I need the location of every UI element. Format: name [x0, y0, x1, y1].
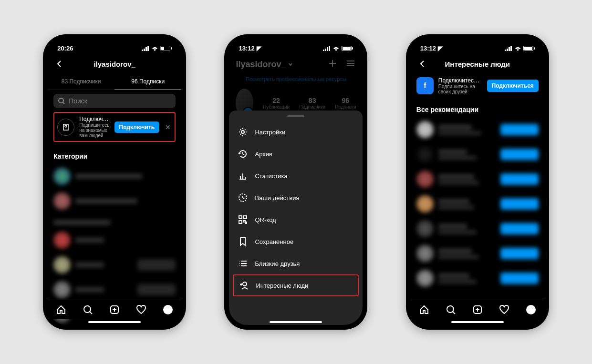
search-icon[interactable] — [82, 304, 93, 315]
status-bar: 20:26 — [48, 39, 181, 54]
menu-saved[interactable]: Сохраненное — [229, 231, 363, 253]
search-icon[interactable] — [445, 304, 457, 315]
status-icons — [478, 46, 535, 51]
username-dropdown[interactable]: ilyasidorov_ — [236, 60, 292, 70]
back-button[interactable] — [53, 58, 65, 70]
header: ilyasidorov_ — [48, 54, 181, 73]
qr-icon — [238, 214, 248, 225]
wifi-icon — [151, 46, 158, 51]
status-icons — [114, 46, 172, 51]
svg-point-7 — [59, 98, 63, 103]
svg-rect-26 — [245, 222, 247, 223]
fb-title: Подключитесь к Fac... — [438, 77, 482, 84]
battery-icon — [160, 46, 172, 51]
connect-subtitle: Подпишитесь на знакомых вам людей — [79, 122, 109, 138]
close-icon[interactable]: ✕ — [164, 123, 172, 131]
svg-rect-18 — [343, 47, 351, 50]
menu-archive[interactable]: Архив — [229, 143, 363, 165]
screen-3: 13:12◤ Интересные люди f Подключитесь к … — [411, 39, 544, 325]
heart-icon[interactable] — [499, 304, 510, 315]
fb-subtitle: Подпишитесь на своих друзей — [438, 84, 482, 94]
menu-qr[interactable]: QR-код — [229, 209, 363, 231]
svg-point-27 — [243, 282, 247, 286]
cellular-icon — [142, 46, 149, 51]
svg-rect-14 — [325, 49, 326, 51]
svg-rect-0 — [142, 50, 143, 51]
svg-rect-2 — [145, 47, 147, 51]
back-button[interactable] — [416, 58, 428, 70]
pro-resources-link[interactable]: Посмотреть профессиональные ресурсы — [229, 74, 363, 84]
connect-text: Подключите конта... Подпишитесь на знако… — [79, 116, 109, 138]
chevron-left-icon — [419, 61, 426, 67]
svg-rect-23 — [244, 216, 247, 219]
profile-icon[interactable] — [525, 304, 537, 315]
svg-rect-30 — [509, 47, 510, 51]
screen-1: 20:26 ilyasidorov_ 83 Подписчики 96 Подп… — [48, 39, 181, 325]
wifi-icon — [332, 46, 340, 51]
add-icon[interactable] — [472, 304, 483, 315]
svg-rect-34 — [534, 47, 535, 50]
location-icon: ◤ — [438, 45, 443, 52]
list-item — [48, 228, 181, 253]
svg-rect-31 — [510, 46, 512, 51]
add-button[interactable] — [327, 58, 338, 71]
svg-rect-6 — [171, 47, 172, 50]
list-item — [411, 241, 544, 266]
posts-stat[interactable]: 22Публикации — [263, 97, 290, 110]
home-icon[interactable] — [55, 304, 67, 315]
search-icon — [58, 98, 65, 104]
tab-following[interactable]: 96 Подписки — [114, 73, 181, 90]
history-icon — [238, 149, 248, 159]
contacts-icon — [57, 119, 74, 136]
home-icon[interactable] — [418, 304, 430, 315]
menu-settings[interactable]: Настройки — [229, 121, 363, 143]
svg-rect-29 — [507, 49, 508, 51]
svg-rect-15 — [327, 47, 328, 51]
list-item — [411, 117, 544, 142]
fb-connect-button[interactable]: Подключиться — [487, 80, 539, 92]
followers-stat[interactable]: 83Подписчики — [299, 97, 325, 110]
phone-1: 20:26 ilyasidorov_ 83 Подписчики 96 Подп… — [43, 34, 186, 330]
activity-icon — [238, 192, 248, 203]
svg-rect-19 — [352, 47, 353, 50]
add-icon[interactable] — [109, 304, 120, 315]
list-item — [48, 189, 181, 213]
menu-discover-people[interactable]: Интересные люди — [233, 274, 359, 296]
list-item — [48, 253, 181, 277]
svg-point-37 — [526, 305, 536, 314]
svg-rect-1 — [144, 49, 145, 51]
list-item — [411, 266, 544, 291]
menu-close-friends[interactable]: Близкие друзья — [229, 253, 363, 274]
svg-rect-16 — [329, 46, 330, 51]
svg-rect-28 — [505, 50, 506, 51]
profile-icon[interactable] — [162, 304, 174, 315]
sheet-handle[interactable] — [287, 115, 304, 117]
menu-stats[interactable]: Статистика — [229, 165, 363, 187]
tab-followers[interactable]: 83 Подписчики — [48, 73, 114, 90]
svg-rect-33 — [524, 47, 532, 50]
chevron-left-icon — [56, 61, 62, 67]
connect-button[interactable]: Подключить — [114, 121, 160, 133]
gear-icon — [238, 127, 248, 137]
tab-bar — [48, 300, 181, 319]
status-time: 20:26 — [57, 45, 114, 52]
svg-point-10 — [84, 306, 91, 313]
status-bar: 13:12◤ — [411, 39, 544, 54]
heart-icon[interactable] — [135, 304, 147, 315]
cellular-icon — [505, 46, 512, 51]
svg-point-35 — [447, 306, 454, 313]
svg-rect-3 — [147, 46, 149, 51]
following-stat[interactable]: 96Подписки — [335, 97, 356, 110]
add-user-icon — [239, 280, 249, 291]
menu-activity[interactable]: Ваши действия — [229, 187, 363, 209]
status-time: 13:12◤ — [420, 45, 478, 52]
search-input[interactable]: Поиск — [53, 94, 176, 108]
tabs: 83 Подписчики 96 Подписки — [48, 73, 181, 90]
facebook-connect-card: f Подключитесь к Fac... Подпишитесь на с… — [416, 77, 539, 94]
menu-button[interactable] — [345, 58, 356, 71]
screen-2: 13:12◤ ilyasidorov_ Посмотреть профессио… — [229, 39, 363, 325]
list-icon — [238, 258, 248, 269]
status-icons — [296, 46, 353, 51]
cellular-icon — [323, 46, 331, 51]
list-item — [411, 216, 544, 241]
